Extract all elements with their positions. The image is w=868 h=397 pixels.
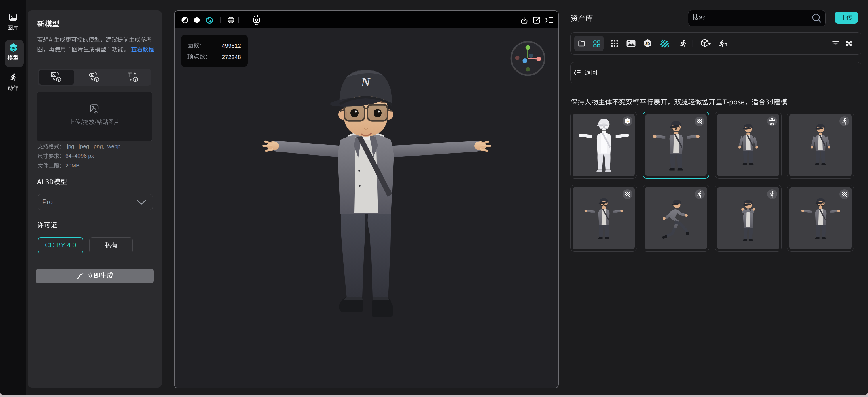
svg-text:3D: 3D (626, 120, 629, 123)
svg-text:N: N (361, 75, 371, 89)
svg-text:3D: 3D (11, 46, 15, 50)
svg-text:3D: 3D (645, 42, 650, 46)
